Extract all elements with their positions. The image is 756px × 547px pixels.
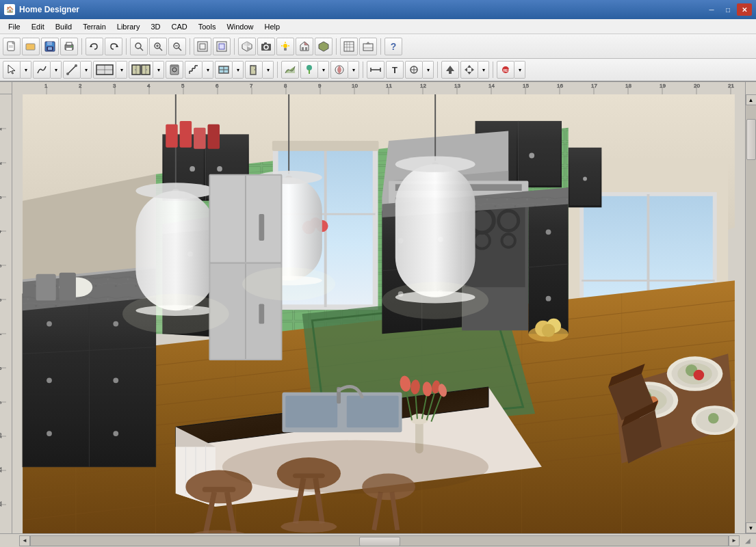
svg-line-54	[68, 66, 76, 74]
door-dropdown[interactable]: ▾	[263, 61, 274, 79]
overview-button[interactable]	[315, 38, 333, 55]
scrollbar-horizontal[interactable]: ◄ ►	[19, 535, 740, 546]
window-dropdown[interactable]: ▾	[233, 61, 244, 79]
menu-file[interactable]: File	[3, 21, 26, 32]
select-button[interactable]	[3, 61, 21, 79]
line-button[interactable]	[63, 61, 81, 79]
elev-view-button[interactable]	[359, 38, 377, 55]
cabinet-dropdown[interactable]: ▾	[153, 61, 164, 79]
polyline-dropdown[interactable]: ▾	[51, 61, 62, 79]
door-button[interactable]	[245, 61, 263, 79]
main-viewport[interactable]	[12, 94, 745, 533]
symbol-dropdown[interactable]: ▾	[423, 61, 434, 79]
room-button[interactable]	[93, 61, 116, 79]
help-button[interactable]: ?	[384, 38, 402, 55]
svg-rect-24	[200, 44, 205, 49]
svg-point-34	[283, 44, 287, 48]
new-button[interactable]	[3, 38, 21, 55]
undo-button[interactable]	[86, 38, 103, 55]
menu-edit[interactable]: Edit	[26, 21, 50, 32]
material-dropdown[interactable]: ▾	[348, 61, 359, 79]
svg-rect-319	[347, 396, 399, 428]
menu-build[interactable]: Build	[50, 21, 77, 32]
svg-text:15: 15	[523, 83, 529, 89]
move-group: ▾	[460, 61, 489, 79]
menu-terrain[interactable]: Terrain	[77, 21, 112, 32]
scroll-up-button[interactable]: ▲	[746, 94, 757, 105]
text-button[interactable]: T	[386, 61, 404, 79]
menu-library[interactable]: Library	[112, 21, 146, 32]
svg-text:11: 11	[0, 467, 2, 472]
cabinet-button[interactable]	[129, 61, 153, 79]
material-button[interactable]	[330, 61, 348, 79]
scroll-track-h	[30, 535, 729, 546]
record-button[interactable]: REC	[497, 61, 514, 79]
line-dropdown[interactable]: ▾	[81, 61, 92, 79]
zoom-window-button[interactable]	[213, 38, 231, 55]
symbol-button[interactable]	[405, 61, 423, 79]
menu-help[interactable]: Help	[259, 21, 286, 32]
stair-dropdown[interactable]: ▾	[203, 61, 213, 79]
plant-button[interactable]	[300, 61, 318, 79]
select-dropdown[interactable]: ▾	[21, 61, 31, 79]
plan-view-button[interactable]	[340, 38, 358, 55]
scroll-left-button[interactable]: ◄	[19, 535, 30, 546]
scroll-right-button[interactable]: ►	[729, 535, 740, 546]
svg-text:16: 16	[557, 83, 563, 89]
3d-view-button[interactable]	[238, 38, 256, 55]
scroll-down-button[interactable]: ▼	[746, 522, 757, 533]
save-button[interactable]	[41, 38, 59, 55]
plant-dropdown[interactable]: ▾	[318, 61, 329, 79]
menu-3d[interactable]: 3D	[145, 21, 166, 32]
svg-text:9: 9	[0, 401, 2, 404]
menu-window[interactable]: Window	[221, 21, 259, 32]
move-dropdown[interactable]: ▾	[478, 61, 489, 79]
window-tool-button[interactable]	[215, 61, 233, 79]
print-button[interactable]	[60, 38, 78, 55]
symbol-group: ▾	[405, 61, 434, 79]
svg-point-209	[217, 166, 222, 172]
zoom-in-button[interactable]	[149, 38, 167, 55]
svg-point-282	[546, 296, 551, 302]
record-dropdown[interactable]: ▾	[514, 61, 525, 79]
svg-rect-68	[171, 66, 178, 67]
open-button[interactable]	[22, 38, 40, 55]
scroll-thumb-v[interactable]	[746, 119, 756, 160]
menu-tools[interactable]: Tools	[193, 21, 222, 32]
sep-t1	[277, 62, 278, 78]
svg-rect-5	[47, 42, 52, 45]
resize-grip[interactable]: ◢	[742, 535, 753, 546]
svg-point-291	[135, 183, 216, 198]
close-button[interactable]: ✕	[737, 3, 752, 16]
scrollbar-vertical[interactable]: ▲ ▼	[745, 94, 756, 533]
redo-button[interactable]	[105, 38, 122, 55]
dollhouse-button[interactable]	[296, 38, 313, 55]
svg-point-246	[47, 321, 52, 327]
fit-view-button[interactable]	[194, 38, 211, 55]
svg-rect-371	[180, 121, 192, 148]
terrain-button[interactable]	[281, 61, 299, 79]
camera-button[interactable]	[257, 38, 275, 55]
light-button[interactable]	[276, 38, 294, 55]
appliance-button[interactable]	[166, 61, 183, 79]
maximize-button[interactable]: □	[720, 3, 735, 16]
svg-text:14: 14	[488, 83, 495, 89]
svg-text:11: 11	[386, 83, 392, 89]
move-button[interactable]	[460, 61, 478, 79]
room-dropdown[interactable]: ▾	[116, 61, 127, 79]
svg-text:3: 3	[113, 83, 116, 89]
menu-cad[interactable]: CAD	[166, 21, 192, 32]
stair-group: ▾	[185, 61, 213, 79]
zoom-glass-button[interactable]	[130, 38, 148, 55]
svg-text:13: 13	[454, 83, 460, 89]
minimize-button[interactable]: ─	[704, 3, 719, 16]
polyline-button[interactable]	[33, 61, 51, 79]
scroll-thumb-h[interactable]	[359, 537, 400, 546]
dimension-button[interactable]	[367, 61, 384, 79]
status-bar: ◄ ► ◢	[0, 533, 756, 547]
svg-marker-53	[8, 65, 15, 74]
arrow-up-button[interactable]	[441, 61, 459, 79]
svg-point-218	[583, 177, 587, 181]
zoom-out-button[interactable]	[168, 38, 186, 55]
stair-button[interactable]	[185, 61, 203, 79]
